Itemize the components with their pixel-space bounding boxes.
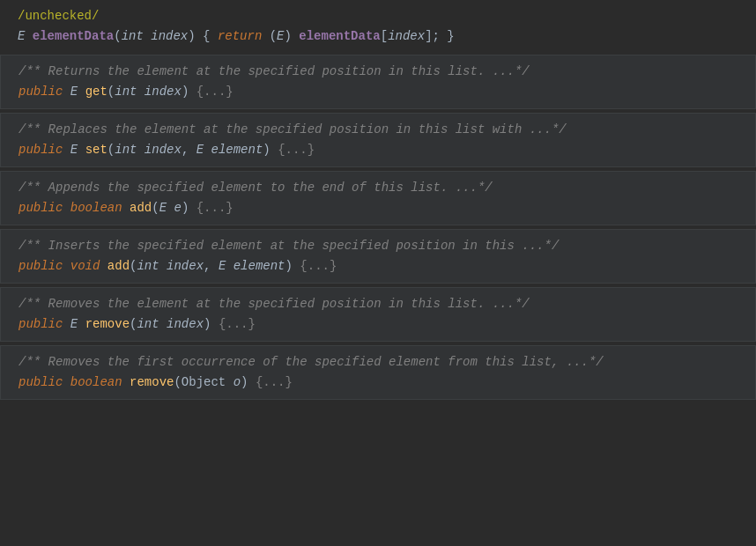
method-block-get: /** Returns the element at the specified… xyxy=(0,55,756,109)
method-block-remove-object: /** Removes the first occurrence of the … xyxy=(0,345,756,400)
annotation-line: /unchecked/ xyxy=(18,7,738,26)
comment-add-append: /** Appends the specified element to the… xyxy=(19,179,737,197)
signature-add-insert: public void add(int index, E element) {.… xyxy=(19,257,737,276)
method-block-add-append: /** Appends the specified element to the… xyxy=(0,171,756,225)
method-block-remove-index: /** Removes the element at the specified… xyxy=(0,287,756,342)
annotation-text: /unchecked/ xyxy=(18,9,99,23)
signature-get: public E get(int index) {...} xyxy=(19,83,737,101)
elementdata-line: E elementData(int index) { return (E) el… xyxy=(18,27,738,46)
comment-get: /** Returns the element at the specified… xyxy=(19,63,737,81)
comment-add-insert: /** Inserts the specified element at the… xyxy=(19,237,737,255)
code-editor: /unchecked/ E elementData(int index) { r… xyxy=(0,0,756,546)
method-block-add-insert: /** Inserts the specified element at the… xyxy=(0,229,756,284)
signature-remove-object: public boolean remove(Object o) {...} xyxy=(19,373,737,392)
return-type: E xyxy=(18,29,33,43)
comment-remove-object: /** Removes the first occurrence of the … xyxy=(19,353,737,372)
comment-set: /** Replaces the element at the specifie… xyxy=(19,121,737,139)
signature-remove-index: public E remove(int index) {...} xyxy=(19,315,737,334)
signature-set: public E set(int index, E element) {...} xyxy=(19,141,737,159)
signature-add-append: public boolean add(E e) {...} xyxy=(19,199,737,218)
method-block-set: /** Replaces the element at the specifie… xyxy=(0,113,756,167)
comment-remove-index: /** Removes the element at the specified… xyxy=(19,295,737,314)
method-name-elementdata: elementData xyxy=(33,29,114,43)
top-code-section: /unchecked/ E elementData(int index) { r… xyxy=(0,0,756,55)
